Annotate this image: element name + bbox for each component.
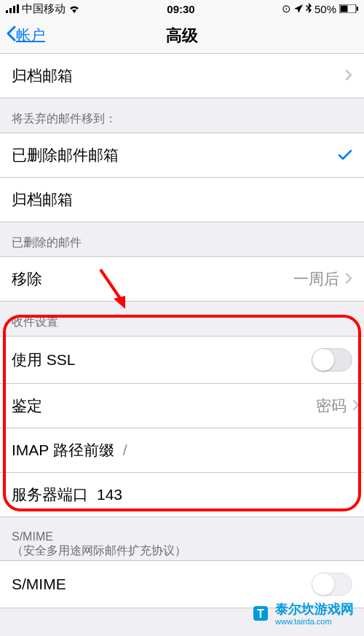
smime-label: S/MIME bbox=[12, 576, 66, 593]
chevron-right-icon bbox=[352, 396, 360, 415]
smime-toggle[interactable] bbox=[312, 573, 352, 596]
smime-header-sub: （安全多用途网际邮件扩充协议） bbox=[12, 544, 186, 557]
smime-section-header: S/MIME （安全多用途网际邮件扩充协议） bbox=[0, 517, 364, 560]
wifi-icon bbox=[68, 3, 80, 15]
back-button[interactable]: 帐户 bbox=[6, 25, 45, 45]
battery-percent: 50% bbox=[314, 3, 336, 15]
chevron-right-icon bbox=[345, 66, 352, 85]
deleted-section-header: 已删除的邮件 bbox=[0, 222, 364, 256]
imap-prefix-label: IMAP 路径前缀 bbox=[12, 440, 114, 460]
deleted-mailbox-label: 已删除邮件邮箱 bbox=[12, 145, 119, 165]
status-right: ⊙ 50% bbox=[282, 2, 358, 15]
svg-rect-0 bbox=[6, 10, 8, 13]
use-ssl-label: 使用 SSL bbox=[12, 350, 76, 370]
remove-value: 一周后 bbox=[293, 269, 339, 289]
server-port-label: 服务器端口 bbox=[12, 484, 88, 505]
lock-icon: ⊙ bbox=[282, 2, 291, 15]
authentication-value: 密码 bbox=[316, 396, 347, 416]
status-left: 中国移动 bbox=[6, 2, 80, 16]
watermark-logo-icon: T bbox=[250, 603, 271, 624]
archive-mailbox-option-label: 归档邮箱 bbox=[12, 189, 73, 210]
status-bar: 中国移动 09:30 ⊙ 50% bbox=[0, 0, 364, 17]
check-icon bbox=[338, 145, 352, 165]
switch-knob bbox=[312, 573, 334, 595]
clock: 09:30 bbox=[167, 3, 194, 15]
server-port-row[interactable]: 服务器端口 bbox=[0, 473, 364, 517]
svg-rect-5 bbox=[341, 5, 348, 12]
authentication-row[interactable]: 鉴定 密码 bbox=[0, 384, 364, 428]
battery-icon bbox=[339, 3, 358, 15]
ssl-toggle[interactable] bbox=[312, 348, 352, 372]
imap-prefix-row[interactable]: IMAP 路径前缀 bbox=[0, 428, 364, 473]
nav-bar: 帐户 高级 bbox=[0, 17, 364, 54]
bluetooth-icon bbox=[306, 3, 312, 15]
watermark-url: www.tairda.com bbox=[275, 618, 354, 626]
deleted-mailbox-option[interactable]: 已删除邮件邮箱 bbox=[0, 133, 364, 178]
svg-rect-6 bbox=[357, 7, 358, 11]
svg-rect-1 bbox=[9, 8, 12, 13]
archive-mailbox-row[interactable]: 归档邮箱 bbox=[0, 53, 364, 98]
smime-header-main: S/MIME bbox=[12, 530, 53, 543]
authentication-label: 鉴定 bbox=[12, 396, 42, 416]
remove-label: 移除 bbox=[12, 269, 42, 289]
location-icon bbox=[294, 3, 303, 15]
archive-mailbox-option[interactable]: 归档邮箱 bbox=[0, 178, 364, 222]
page-title: 高级 bbox=[166, 25, 198, 47]
svg-rect-2 bbox=[13, 6, 15, 13]
remove-row[interactable]: 移除 一周后 bbox=[0, 256, 364, 302]
discard-section-header: 将丢弃的邮件移到： bbox=[0, 98, 364, 133]
chevron-left-icon bbox=[6, 25, 16, 45]
archive-mailbox-label: 归档邮箱 bbox=[12, 66, 73, 86]
imap-prefix-input[interactable] bbox=[123, 441, 352, 459]
use-ssl-row: 使用 SSL bbox=[0, 336, 364, 384]
incoming-section-header: 收件设置 bbox=[0, 302, 364, 336]
switch-knob bbox=[312, 349, 334, 371]
svg-text:T: T bbox=[257, 608, 264, 620]
server-port-input[interactable] bbox=[97, 486, 141, 503]
watermark: T 泰尔坎游戏网 www.tairda.com bbox=[250, 600, 354, 626]
carrier-label: 中国移动 bbox=[22, 2, 66, 16]
back-label: 帐户 bbox=[16, 25, 45, 45]
watermark-name: 泰尔坎游戏网 bbox=[275, 602, 354, 616]
svg-rect-3 bbox=[17, 4, 19, 13]
signal-icon bbox=[6, 3, 19, 15]
chevron-right-icon bbox=[345, 270, 352, 288]
